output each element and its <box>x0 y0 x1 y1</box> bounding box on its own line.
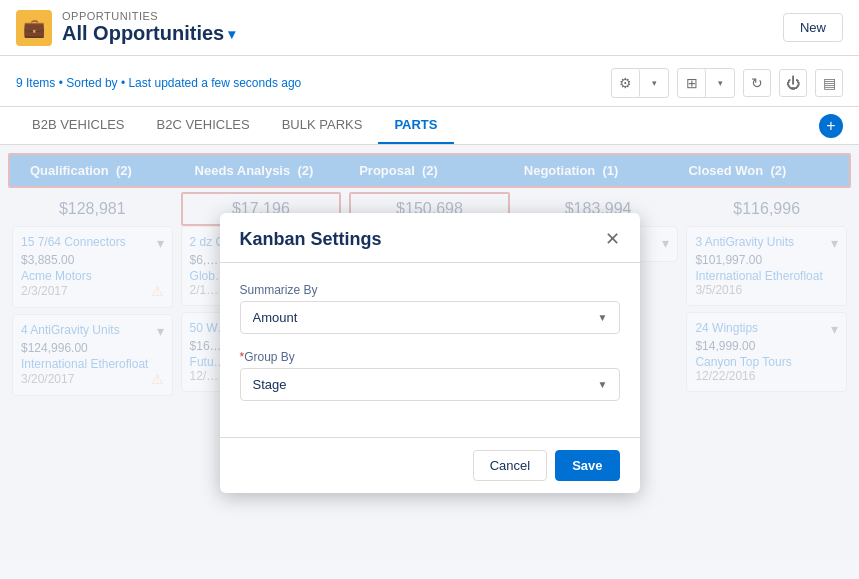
cancel-button[interactable]: Cancel <box>473 450 547 481</box>
view-dropdown-button[interactable]: ▾ <box>706 69 734 97</box>
page-title: All Opportunities ▾ <box>62 22 235 45</box>
modal-body: Summarize By Amount *Group By Stage <box>220 263 640 437</box>
summarize-label: Summarize By <box>240 283 620 297</box>
modal-footer: Cancel Save <box>220 437 640 493</box>
summarize-select-wrapper: Amount <box>240 301 620 334</box>
add-tab-button[interactable]: + <box>819 114 843 138</box>
tab-b2c-vehicles[interactable]: B2C VEHICLES <box>141 107 266 144</box>
breadcrumb: OPPORTUNITIES <box>62 10 235 22</box>
filter-button[interactable]: ▤ <box>815 69 843 97</box>
app-header: 💼 OPPORTUNITIES All Opportunities ▾ New <box>0 0 859 56</box>
tab-b2b-vehicles[interactable]: B2B VEHICLES <box>16 107 141 144</box>
summarize-select[interactable]: Amount <box>240 301 620 334</box>
modal-title: Kanban Settings <box>240 229 382 250</box>
title-dropdown-icon[interactable]: ▾ <box>228 26 235 42</box>
view-group: ⊞ ▾ <box>677 68 735 98</box>
kanban-board: Qualification (2) Needs Analysis (2) Pro… <box>0 145 859 560</box>
save-button[interactable]: Save <box>555 450 619 481</box>
refresh-button[interactable]: ↻ <box>743 69 771 97</box>
toolbar-controls: ⚙ ▾ ⊞ ▾ ↻ ⏻ ▤ <box>611 64 843 102</box>
kanban-settings-modal: Kanban Settings ✕ Summarize By Amount *G… <box>220 213 640 493</box>
modal-header: Kanban Settings ✕ <box>220 213 640 263</box>
new-button[interactable]: New <box>783 13 843 42</box>
modal-close-button[interactable]: ✕ <box>605 230 620 248</box>
summarize-by-group: Summarize By Amount <box>240 283 620 334</box>
tab-bulk-parks[interactable]: BULK PARKS <box>266 107 379 144</box>
list-info: 9 Items • Sorted by • Last updated a few… <box>16 72 301 94</box>
title-section: OPPORTUNITIES All Opportunities ▾ <box>62 10 235 45</box>
group-select-wrapper: Stage <box>240 368 620 401</box>
settings-dropdown-button[interactable]: ▾ <box>640 69 668 97</box>
tab-parts[interactable]: PARTS <box>378 107 453 144</box>
header-left: 💼 OPPORTUNITIES All Opportunities ▾ <box>16 10 235 46</box>
settings-group: ⚙ ▾ <box>611 68 669 98</box>
connect-button[interactable]: ⏻ <box>779 69 807 97</box>
group-by-group: *Group By Stage <box>240 350 620 401</box>
app-icon: 💼 <box>16 10 52 46</box>
group-select[interactable]: Stage <box>240 368 620 401</box>
settings-button[interactable]: ⚙ <box>612 69 640 97</box>
tabs-bar: B2B VEHICLES B2C VEHICLES BULK PARKS PAR… <box>0 107 859 145</box>
view-button[interactable]: ⊞ <box>678 69 706 97</box>
group-label: *Group By <box>240 350 620 364</box>
subheader: 9 Items • Sorted by • Last updated a few… <box>0 56 859 107</box>
